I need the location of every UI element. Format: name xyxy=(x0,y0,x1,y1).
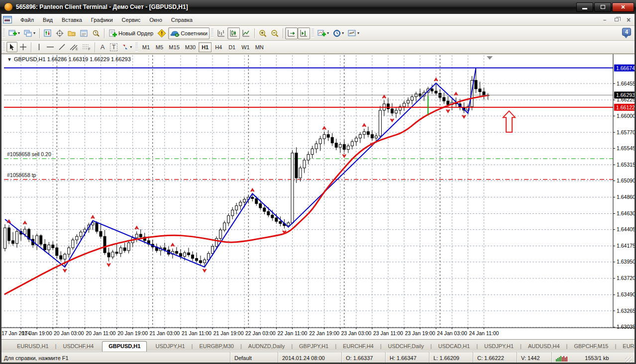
expert-advisors-toggle[interactable]: Советники xyxy=(168,27,210,39)
chart-tab-gbpusd-h1[interactable]: GBPUSD,H1 xyxy=(102,341,147,352)
toolbar-grip[interactable] xyxy=(2,29,5,38)
toolbar-grip[interactable] xyxy=(135,43,138,52)
chart-bars-button[interactable] xyxy=(215,27,227,39)
crosshair-target-icon xyxy=(56,29,64,37)
auto-scroll-toggle[interactable] xyxy=(285,27,298,39)
line-chart-icon xyxy=(242,29,250,37)
horizontal-line-tool[interactable] xyxy=(44,42,56,52)
periods-button[interactable]: ▾ xyxy=(331,27,346,39)
chart-tab-eurgbp-m30[interactable]: EURGBP,M30 xyxy=(193,342,240,351)
fibonacci-icon: F xyxy=(82,43,91,51)
chart-tab-audusd-h4[interactable]: AUDUSD,H4 xyxy=(522,342,566,351)
terminal-button[interactable] xyxy=(78,27,90,39)
cursor-tool[interactable] xyxy=(6,42,17,52)
chart-line-button[interactable] xyxy=(240,27,252,39)
maximize-button[interactable] xyxy=(594,2,611,12)
chart-candles-button[interactable] xyxy=(227,27,240,39)
zoom-out-icon xyxy=(271,29,279,37)
templates-button[interactable]: ▾ xyxy=(346,27,361,39)
timeframe-w1-button[interactable]: W1 xyxy=(239,42,252,52)
chart-tab-usdjpy-h1[interactable]: USDJPY,H1 xyxy=(149,342,191,351)
new-order-button[interactable]: Новый Ордер xyxy=(106,27,155,39)
menu-item-сервис[interactable]: Сервис xyxy=(117,15,145,24)
profiles-button[interactable]: ▾ xyxy=(22,27,37,39)
chart-shift-toggle[interactable] xyxy=(298,27,310,39)
metaeditor-diamond-icon: ! xyxy=(157,29,166,38)
strategy-tester-button[interactable] xyxy=(90,27,102,39)
text-tool[interactable]: A xyxy=(97,42,108,52)
svg-text:1.64405: 1.64405 xyxy=(617,226,636,232)
chart-tab-usdchf-daily[interactable]: USDCHF,Daily xyxy=(382,342,430,351)
chevron-down-icon: ▾ xyxy=(18,31,20,35)
status-traffic: 1553/1 kb xyxy=(585,355,609,361)
crosshair-tool[interactable] xyxy=(17,42,29,52)
text-label-tool[interactable]: T xyxy=(108,42,119,52)
menu-item-вставка[interactable]: Вставка xyxy=(57,15,87,24)
chart-tab-gbpchf-m15[interactable]: GBPCHF,M15 xyxy=(568,342,614,351)
menu-item-справка[interactable]: Справка xyxy=(167,15,197,24)
new-chart-button[interactable]: ▾ xyxy=(6,27,22,39)
notifications-badge[interactable]: 4 xyxy=(622,28,632,39)
toolbar-grip[interactable] xyxy=(211,29,213,38)
chart-window-icon[interactable] xyxy=(3,16,12,23)
mdi-close-button[interactable]: × xyxy=(623,15,634,24)
timeframe-m1-button[interactable]: M1 xyxy=(139,42,152,52)
clock-icon xyxy=(333,29,341,37)
channel-tool[interactable]: E xyxy=(68,42,80,52)
timeframe-h4-button[interactable]: H4 xyxy=(212,42,225,52)
minimize-button[interactable] xyxy=(576,2,593,12)
toolbar-grip[interactable] xyxy=(312,29,314,38)
menu-item-графики[interactable]: Графики xyxy=(87,15,117,24)
metaeditor-button[interactable]: ! xyxy=(155,27,168,39)
svg-text:1.63490: 1.63490 xyxy=(617,291,636,297)
chart-tab-usdcad-h1[interactable]: USDCAD,H1 xyxy=(432,342,476,351)
svg-text:1.64175: 1.64175 xyxy=(617,243,636,249)
price-chart[interactable]: #1058658 sell 0.20#1058658 tp1.664551.66… xyxy=(0,54,636,340)
data-window-button[interactable] xyxy=(54,27,66,39)
svg-text:1.65315: 1.65315 xyxy=(617,162,636,168)
text-label-icon: T xyxy=(110,43,117,51)
svg-text:23 Jan 11:00: 23 Jan 11:00 xyxy=(373,330,403,336)
market-watch-button[interactable] xyxy=(42,27,54,39)
chart-tab-usdjpy-h1[interactable]: USDJPY,H1 xyxy=(478,342,520,351)
trendline-tool[interactable] xyxy=(56,42,68,52)
chart-window: #1058658 sell 0.20#1058658 tp1.664551.66… xyxy=(0,54,636,339)
chart-tab-eurjpy-h1[interactable]: EURJPY,H1 xyxy=(617,342,636,351)
new-order-icon xyxy=(108,29,117,37)
zoom-out-button[interactable] xyxy=(269,27,281,39)
timeframe-m5-button[interactable]: M5 xyxy=(153,42,166,52)
timeframe-mn-button[interactable]: MN xyxy=(253,42,266,52)
connection-signal-icon xyxy=(556,355,569,362)
chart-tab-eurusd-h1[interactable]: EURUSD,H1 xyxy=(11,342,55,351)
chevron-down-icon: ▾ xyxy=(33,31,35,35)
fibonacci-tool[interactable]: F xyxy=(80,42,93,52)
close-button[interactable]: ✕ xyxy=(612,2,634,12)
chart-tab-gbpjpy-h1[interactable]: GBPJPY,H1 xyxy=(293,342,334,351)
chart-header: ▼GBPUSD,H1 1.66286 1.66319 1.66229 1.662… xyxy=(7,56,131,62)
timeframe-h1-button[interactable]: H1 xyxy=(199,42,212,52)
zoom-in-button[interactable] xyxy=(257,27,269,39)
mdi-restore-button[interactable] xyxy=(611,15,622,24)
timeframe-m15-button[interactable]: M15 xyxy=(166,42,182,52)
mdi-minimize-button[interactable]: – xyxy=(599,15,610,24)
toolbar-grip[interactable] xyxy=(2,43,5,52)
indicators-button[interactable]: ▾ xyxy=(316,27,331,39)
menu-item-окно[interactable]: Окно xyxy=(145,15,167,24)
sell-order-label: #1058658 sell 0.20 xyxy=(7,151,51,157)
chevron-down-icon: ▾ xyxy=(357,31,359,35)
vertical-line-tool[interactable] xyxy=(33,42,44,52)
chart-tab-audnzd-daily[interactable]: AUDNZD,Daily xyxy=(242,342,291,351)
menu-item-файл[interactable]: Файл xyxy=(16,15,38,24)
chart-tab-usdchf-h4[interactable]: USDCHF,H4 xyxy=(57,342,100,351)
indicators-icon xyxy=(318,29,326,37)
svg-text:20 Jan 03:00: 20 Jan 03:00 xyxy=(54,330,84,336)
timeframe-d1-button[interactable]: D1 xyxy=(225,42,238,52)
svg-text:1.63265: 1.63265 xyxy=(617,308,636,314)
menu-item-вид[interactable]: Вид xyxy=(38,15,57,24)
svg-text:1.63720: 1.63720 xyxy=(617,275,636,281)
arrows-tool[interactable]: ▾ xyxy=(119,42,134,52)
navigator-button[interactable] xyxy=(66,27,78,39)
timeframe-m30-button[interactable]: M30 xyxy=(183,42,198,52)
arrow-shapes-icon xyxy=(121,43,129,51)
chart-tab-eurchf-h4[interactable]: EURCHF,H4 xyxy=(337,342,380,351)
